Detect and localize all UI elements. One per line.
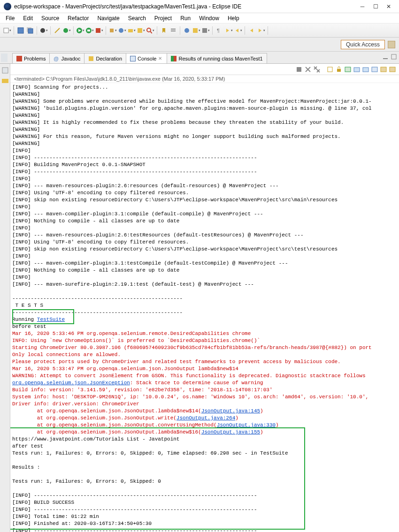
display-selected-button[interactable] <box>371 66 378 73</box>
junit-icon <box>171 56 176 61</box>
new-java-package-button[interactable] <box>108 26 117 35</box>
svg-rect-1 <box>18 28 23 33</box>
forward-button[interactable] <box>257 26 265 35</box>
pin-console-button[interactable] <box>362 66 369 73</box>
tab-results[interactable]: Results of running class MavenTest1 <box>167 53 267 63</box>
menu-run[interactable]: Run <box>176 14 194 23</box>
perspective-button[interactable] <box>39 26 48 35</box>
svg-rect-37 <box>2 68 8 73</box>
pin-button[interactable] <box>201 26 210 35</box>
show-console-button[interactable] <box>353 66 361 73</box>
toggle-breadcrumb-button[interactable] <box>169 26 177 35</box>
console-red-text: Starting ChromeDriver 80.0.3987.106 (f68… <box>12 345 372 365</box>
save-all-button[interactable] <box>26 26 34 35</box>
process-label: <terminated> C:\Program Files\Java\jdk1.… <box>10 75 399 83</box>
remove-launch-button[interactable] <box>304 66 312 73</box>
declaration-icon <box>88 56 94 61</box>
maximize-button[interactable]: ☐ <box>369 1 382 12</box>
svg-marker-24 <box>226 29 229 32</box>
close-icon[interactable]: ✕ <box>158 56 163 61</box>
svg-point-20 <box>184 28 189 33</box>
word-wrap-button[interactable] <box>344 66 352 73</box>
tab-declaration[interactable]: Declaration <box>84 53 126 63</box>
restore-view-icon[interactable] <box>1 67 9 74</box>
stack-link[interactable]: JsonOutput.java:145 <box>201 408 260 414</box>
tab-console[interactable]: Console ✕ <box>126 53 167 63</box>
svg-rect-35 <box>383 58 388 59</box>
svg-text:¶: ¶ <box>217 28 220 33</box>
svg-rect-46 <box>328 67 332 72</box>
tab-javadoc[interactable]: @ Javadoc <box>49 53 84 63</box>
prev-annotation-button[interactable] <box>234 26 242 35</box>
external-tools-button[interactable] <box>95 26 103 35</box>
menu-window[interactable]: Window <box>195 14 223 23</box>
exception-link[interactable]: org.openqa.selenium.json.JsonException <box>12 380 130 386</box>
new-java-class-button[interactable] <box>118 26 126 35</box>
svg-rect-33 <box>171 56 174 61</box>
minimize-button[interactable]: ─ <box>356 1 369 12</box>
coverage-button[interactable] <box>85 26 94 35</box>
svg-rect-28 <box>16 56 22 61</box>
menu-search[interactable]: Search <box>124 14 150 23</box>
new-button[interactable] <box>3 26 11 35</box>
tab-label: Console <box>138 56 156 61</box>
svg-rect-10 <box>87 30 90 31</box>
package-explorer-icon[interactable] <box>1 77 9 84</box>
last-edit-button[interactable] <box>192 26 200 35</box>
menu-source[interactable]: Source <box>38 14 63 23</box>
minimize-view-icon[interactable] <box>382 53 389 60</box>
next-annotation-button[interactable] <box>224 26 233 35</box>
svg-rect-52 <box>381 67 386 72</box>
problems-icon <box>16 56 22 61</box>
close-button[interactable]: ✕ <box>382 1 395 12</box>
svg-rect-48 <box>345 67 351 72</box>
save-button[interactable] <box>16 26 25 35</box>
paragraph-button[interactable]: ¶ <box>215 26 223 35</box>
svg-rect-34 <box>174 56 176 61</box>
stack-link[interactable]: JsonOutput.java:264 <box>176 415 235 421</box>
left-trim-stack <box>0 64 10 532</box>
menu-navigate[interactable]: Navigate <box>93 14 123 23</box>
menu-help[interactable]: Help <box>224 14 243 23</box>
quick-access[interactable]: Quick Access <box>341 40 385 49</box>
clear-console-button[interactable] <box>326 66 334 73</box>
open-type-button[interactable] <box>137 26 145 35</box>
toggle-mark-button[interactable] <box>160 26 168 35</box>
skip-breakpoints-button[interactable] <box>183 26 191 35</box>
svg-rect-51 <box>372 67 377 72</box>
scroll-lock-button[interactable] <box>335 66 343 73</box>
svg-point-6 <box>63 28 68 33</box>
back-button[interactable] <box>247 26 256 35</box>
console-view: <terminated> C:\Program Files\Java\jdk1.… <box>10 64 399 532</box>
search-button[interactable] <box>146 26 154 35</box>
wand-button[interactable] <box>53 26 61 35</box>
highlight-box <box>12 309 74 324</box>
perspective-java-icon[interactable] <box>388 41 395 48</box>
svg-marker-25 <box>236 29 238 32</box>
restore-icon[interactable] <box>1 53 8 62</box>
run-button[interactable] <box>76 26 84 35</box>
remove-all-button[interactable] <box>313 66 321 73</box>
console-icon <box>130 56 136 61</box>
stack-at: at org.openqa.selenium.json.JsonOutput.l… <box>12 408 201 414</box>
maximize-view-icon[interactable] <box>391 53 397 60</box>
svg-rect-11 <box>96 28 100 33</box>
menu-refactor[interactable]: Refactor <box>64 14 92 23</box>
tab-label: Declaration <box>96 56 122 61</box>
svg-rect-36 <box>391 54 396 59</box>
svg-rect-12 <box>110 29 114 32</box>
quick-access-row: Quick Access <box>0 38 399 52</box>
tab-problems[interactable]: Problems <box>12 53 50 63</box>
menu-edit[interactable]: Edit <box>19 14 37 23</box>
menu-project[interactable]: Project <box>151 14 176 23</box>
svg-marker-27 <box>259 29 261 32</box>
new-console-button[interactable] <box>389 66 396 73</box>
debug-button[interactable] <box>62 26 71 35</box>
svg-point-16 <box>147 28 151 32</box>
open-console-button[interactable] <box>380 66 387 73</box>
menu-file[interactable]: File <box>2 14 18 23</box>
new-folder-button[interactable] <box>127 26 136 35</box>
svg-rect-39 <box>297 67 301 72</box>
terminate-button[interactable] <box>295 66 303 73</box>
svg-rect-30 <box>89 56 93 61</box>
